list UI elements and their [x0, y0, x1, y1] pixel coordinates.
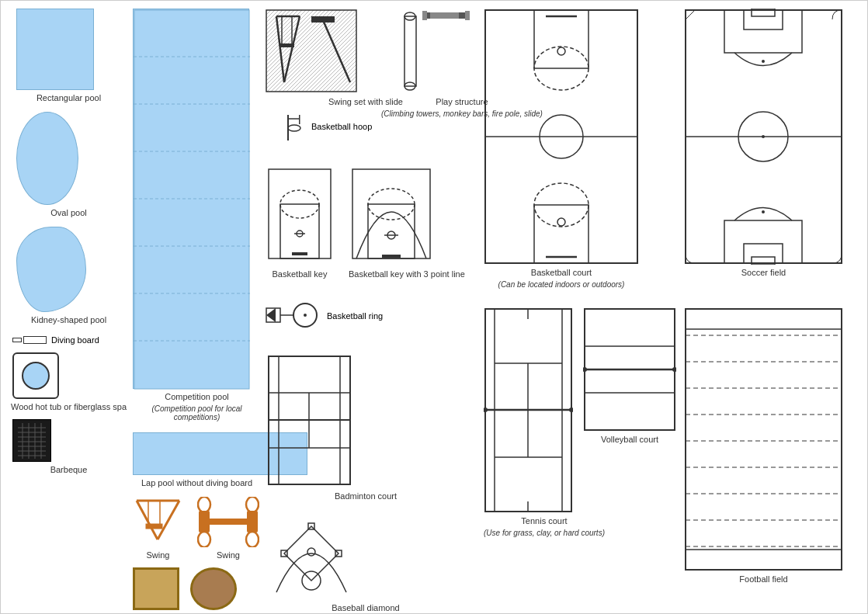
baseball-label: Baseball diamond [265, 603, 467, 612]
kidney-pool-icon [16, 227, 86, 312]
basketball-key-3pt-svg [349, 165, 434, 266]
svg-point-32 [246, 532, 259, 547]
svg-marker-61 [266, 308, 276, 322]
svg-point-31 [198, 532, 210, 547]
svg-point-116 [762, 135, 765, 138]
sandboxes-row: Sandbox Sandbox [133, 567, 261, 614]
swings-row: Swing Swing [133, 497, 261, 560]
svg-point-124 [762, 210, 765, 213]
diving-board-label: Diving board [51, 335, 99, 345]
kidney-pool-label: Kidney-shaped pool [9, 315, 129, 324]
competition-pool-svg [134, 9, 250, 390]
tennis-court-label: Tennis court [484, 516, 605, 526]
diving-board-small [12, 338, 22, 342]
football-field-label: Football field [684, 574, 843, 584]
svg-rect-27 [199, 511, 210, 532]
basketball-hoop-svg [265, 111, 311, 142]
play-structure-svg [381, 9, 474, 94]
svg-point-110 [672, 367, 676, 372]
soccer-field-section: Soccer field [684, 9, 843, 277]
svg-point-73 [307, 548, 315, 556]
soccer-field-label: Soccer field [684, 268, 843, 277]
svg-rect-28 [247, 511, 258, 532]
svg-rect-0 [16, 423, 47, 459]
badminton-section: Badminton court [265, 352, 467, 501]
svg-rect-57 [382, 255, 401, 258]
svg-rect-42 [279, 43, 294, 47]
svg-point-104 [569, 408, 573, 412]
basketball-key-3pt-section: Basketball key with 3 point line [349, 165, 465, 279]
barbeque-label: Barbeque [9, 465, 129, 474]
soccer-field-svg [684, 9, 843, 265]
svg-rect-88 [534, 10, 589, 68]
svg-rect-122 [744, 244, 783, 263]
oval-pool-icon [16, 112, 78, 205]
competition-pool-icon [133, 9, 249, 389]
lap-pool-section: Lap pool without diving board [133, 432, 261, 487]
svg-rect-45 [299, 115, 300, 124]
sandbox-square-icon [133, 567, 179, 610]
basketball-hoop-label: Basketball hoop [311, 122, 372, 131]
basketball-key-section: Basketball key [265, 165, 335, 279]
svg-line-20 [137, 501, 158, 539]
svg-rect-77 [404, 16, 416, 86]
competition-pool-label: Competition pool [133, 392, 261, 401]
svg-point-103 [484, 408, 488, 412]
oval-pool-label: Oval pool [9, 208, 129, 217]
tennis-court-sub: (Use for grass, clay, or hard courts) [484, 529, 605, 537]
basketball-ring-section: Basketball ring [265, 294, 467, 337]
football-field-section: Football field [684, 307, 843, 584]
lap-pool-label: Lap pool without diving board [133, 478, 261, 487]
tennis-court-svg [484, 307, 573, 513]
diving-board-section: Diving board [12, 335, 129, 345]
svg-rect-84 [465, 11, 470, 20]
svg-rect-118 [744, 10, 783, 29]
diving-board-icon [12, 336, 47, 344]
rectangular-pool-label: Rectangular pool [9, 93, 129, 102]
swing-2-svg [197, 497, 259, 547]
barbeque-svg [15, 421, 49, 460]
hot-tub-label: Wood hot tub or fiberglass spa [9, 402, 129, 411]
svg-point-94 [557, 218, 565, 226]
svg-rect-48 [280, 204, 319, 258]
svg-point-30 [246, 497, 259, 512]
baseball-svg [265, 507, 358, 600]
swing-1-svg [133, 497, 183, 547]
svg-rect-25 [146, 524, 162, 529]
swing-2-label: Swing [197, 550, 259, 560]
basketball-court-section: Basketball court (Can be located indoors… [484, 9, 639, 289]
svg-rect-83 [422, 11, 427, 20]
sandbox-circle-icon [190, 567, 237, 610]
svg-rect-92 [534, 205, 589, 263]
svg-rect-125 [686, 309, 842, 570]
svg-line-21 [158, 501, 179, 539]
diving-board-rect [23, 336, 47, 344]
basketball-court-label: Basketball court [484, 268, 639, 277]
svg-rect-51 [292, 252, 307, 255]
competition-pool-sub: (Competition pool for local competitions… [133, 404, 261, 421]
svg-point-120 [762, 60, 765, 63]
volleyball-court-svg [583, 307, 676, 432]
swing-1: Swing [133, 497, 183, 560]
swing-2: Swing [197, 497, 259, 560]
basketball-court-svg [484, 9, 639, 265]
hot-tub-circle [22, 362, 50, 390]
basketball-key-svg [265, 165, 335, 266]
basketball-key-3pt-label: Basketball key with 3 point line [349, 269, 465, 279]
svg-point-109 [583, 367, 587, 372]
svg-rect-47 [269, 169, 331, 258]
svg-point-63 [304, 314, 307, 317]
rectangular-pool-icon [16, 9, 94, 90]
left-column: Rectangular pool Oval pool Kidney-shaped… [9, 9, 129, 474]
mid-left-column: Competition pool (Competition pool for l… [133, 9, 261, 614]
main-container: Rectangular pool Oval pool Kidney-shaped… [0, 0, 868, 614]
basketball-ring-svg [265, 294, 327, 337]
baseball-section: Baseball diamond (Adult baseball, little… [265, 507, 467, 614]
svg-rect-12 [134, 10, 249, 389]
football-field-svg [684, 307, 843, 571]
svg-point-46 [288, 125, 300, 131]
svg-point-29 [198, 497, 210, 512]
sandbox-square-section: Sandbox [133, 567, 179, 614]
basketball-ring-label: Basketball ring [327, 311, 383, 321]
barbeque-icon [12, 419, 51, 462]
